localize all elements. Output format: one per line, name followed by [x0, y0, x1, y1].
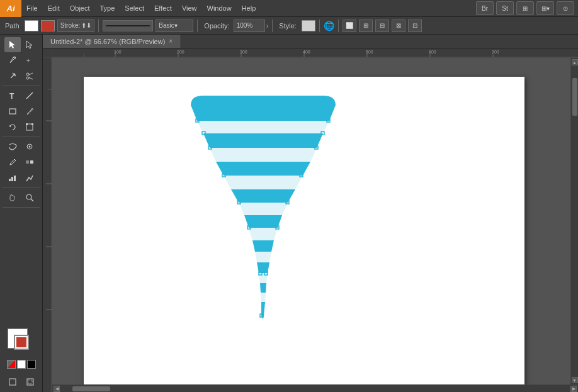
- eyedropper-tool[interactable]: [4, 155, 21, 170]
- menu-help[interactable]: Help: [237, 0, 261, 16]
- svg-text:200: 200: [177, 50, 184, 54]
- opacity-field: Opacity: 100% ›: [201, 20, 268, 32]
- graph-tool[interactable]: [4, 171, 21, 186]
- workspace-switcher[interactable]: ⊞▾: [536, 1, 554, 15]
- rotate-tool[interactable]: [4, 120, 21, 135]
- stroke-line: [106, 25, 150, 26]
- scroll-up-button[interactable]: ▲: [572, 59, 578, 65]
- svg-rect-23: [14, 176, 16, 181]
- separator-5: [338, 20, 339, 32]
- transform-tool[interactable]: [21, 120, 38, 135]
- document-tab[interactable]: Untitled-2* @ 66.67% (RGB/Preview) ×: [43, 35, 181, 48]
- separator-tools-1: [3, 86, 40, 86]
- scroll-left-button[interactable]: ◀: [54, 386, 60, 392]
- bridge-button[interactable]: Br: [476, 1, 494, 15]
- app-logo: Ai: [0, 0, 21, 17]
- v-scrollbar[interactable]: ▲ ▼: [570, 58, 578, 384]
- menu-effect[interactable]: Effect: [149, 0, 177, 16]
- v-scroll-thumb[interactable]: [572, 78, 577, 116]
- rect-tool[interactable]: [4, 104, 21, 119]
- menu-type[interactable]: Type: [95, 0, 120, 16]
- scissors-tool[interactable]: [21, 69, 38, 84]
- warp-tool[interactable]: [4, 139, 21, 154]
- stroke-dropdown[interactable]: Stroke: ⬆⬇: [57, 20, 95, 32]
- anchor-tool[interactable]: [4, 69, 21, 84]
- arrange-button[interactable]: ⊙: [557, 1, 574, 15]
- menu-file[interactable]: File: [21, 0, 43, 16]
- opacity-expand[interactable]: ›: [266, 22, 269, 30]
- scroll-right-button[interactable]: ▶: [570, 386, 577, 392]
- pen-tool[interactable]: [4, 53, 21, 68]
- menu-select[interactable]: Select: [120, 0, 149, 16]
- funnel-graphic: [184, 92, 342, 332]
- artboard-button[interactable]: ⬜: [343, 20, 356, 32]
- separator-1: [98, 20, 99, 32]
- stock-button[interactable]: St: [496, 1, 514, 15]
- white-swatch-mini[interactable]: [17, 360, 26, 369]
- select-tool[interactable]: [4, 37, 21, 52]
- style-swatch[interactable]: [302, 20, 315, 31]
- black-swatch-mini[interactable]: [27, 360, 36, 369]
- normal-mode-button[interactable]: [4, 374, 21, 389]
- stroke-preview[interactable]: [103, 20, 153, 31]
- direct-select-tool[interactable]: [21, 37, 38, 52]
- workspace-button[interactable]: ⊞: [516, 1, 534, 15]
- align-button-2[interactable]: ⊟: [375, 20, 389, 32]
- pencil-tool[interactable]: [21, 104, 38, 119]
- main-area: + T: [0, 35, 578, 392]
- blend-tool[interactable]: [21, 155, 38, 170]
- hand-tool[interactable]: [4, 190, 21, 205]
- mode-buttons: [4, 374, 38, 389]
- svg-text:300: 300: [240, 50, 247, 54]
- none-swatch[interactable]: [7, 360, 16, 369]
- menu-bar: Ai File Edit Object Type Select Effect V…: [0, 0, 578, 17]
- scroll-down-button[interactable]: ▼: [572, 377, 578, 383]
- svg-text:T: T: [9, 92, 14, 100]
- profile-select[interactable]: Basic ▾: [156, 20, 193, 32]
- fill-swatch[interactable]: [25, 20, 38, 31]
- svg-point-7: [26, 77, 29, 79]
- stroke-stepper[interactable]: ⬆⬇: [81, 22, 91, 29]
- svg-point-6: [26, 73, 29, 76]
- svg-marker-3: [26, 41, 32, 48]
- svg-rect-16: [31, 123, 33, 125]
- svg-rect-12: [9, 109, 16, 114]
- chart-tool[interactable]: [21, 171, 38, 186]
- tool-row-9: [4, 171, 38, 186]
- tab-bar: Untitled-2* @ 66.67% (RGB/Preview) ×: [43, 35, 578, 48]
- menu-view[interactable]: View: [177, 0, 202, 16]
- draw-inside-button[interactable]: [22, 374, 38, 389]
- globe-icon[interactable]: 🌐: [324, 21, 334, 31]
- menu-object[interactable]: Object: [65, 0, 95, 16]
- opacity-input[interactable]: 100%: [234, 20, 265, 32]
- stroke-color-swatch[interactable]: [41, 20, 55, 31]
- svg-line-11: [26, 92, 33, 99]
- h-scroll-thumb[interactable]: [72, 386, 110, 391]
- svg-rect-28: [28, 380, 32, 384]
- mini-tool-swatches: [7, 360, 36, 369]
- align-button-3[interactable]: ⊠: [392, 20, 405, 32]
- tool-row-10: [4, 190, 38, 205]
- svg-rect-15: [26, 123, 28, 125]
- menu-edit[interactable]: Edit: [43, 0, 65, 16]
- puppet-warp-tool[interactable]: [21, 139, 38, 154]
- separator-3: [272, 20, 273, 32]
- svg-text:700: 700: [492, 50, 499, 54]
- svg-point-18: [29, 146, 31, 148]
- tool-row-8: [4, 155, 38, 170]
- svg-rect-19: [26, 160, 29, 164]
- zoom-tool[interactable]: [21, 190, 38, 205]
- align-button-4[interactable]: ⊡: [408, 20, 422, 32]
- canvas-area: Untitled-2* @ 66.67% (RGB/Preview) × 100…: [43, 35, 578, 392]
- align-button-1[interactable]: ⊞: [359, 20, 373, 32]
- line-tool[interactable]: [21, 88, 38, 103]
- draw-mode-row: [4, 374, 38, 389]
- toolbar: Path Stroke: ⬆⬇ Basic ▾ Opacity: 100% › …: [0, 17, 578, 35]
- menu-window[interactable]: Window: [202, 0, 237, 16]
- stroke-color-box[interactable]: [14, 335, 29, 350]
- h-scrollbar[interactable]: ◀ ▶: [52, 384, 578, 392]
- tab-close-button[interactable]: ×: [169, 38, 173, 45]
- tool-row-3: [4, 69, 38, 84]
- type-tool[interactable]: T: [4, 88, 21, 103]
- add-anchor-tool[interactable]: +: [21, 53, 38, 68]
